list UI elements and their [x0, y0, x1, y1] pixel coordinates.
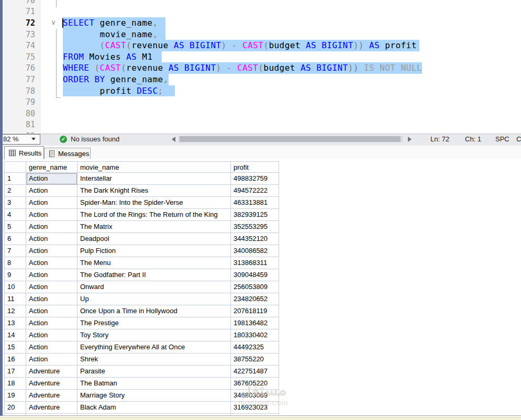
grid-cell[interactable]: Black Adam [77, 402, 231, 414]
grid-cell[interactable]: Adventure [26, 402, 77, 414]
grid-cell[interactable]: Action [26, 257, 77, 269]
code-line[interactable]: FROM Movies AS M1 [63, 51, 162, 63]
horizontal-scrollbar[interactable] [178, 136, 403, 142]
grid-cell[interactable]: Action [26, 281, 77, 293]
grid-cell[interactable]: The Prestige [77, 317, 231, 329]
code-line[interactable]: (CAST(revenue AS BIGINT) - CAST(budget A… [63, 40, 419, 51]
grid-cell[interactable]: 38755220 [231, 353, 279, 366]
code-line[interactable]: SELECT genre_name, [63, 17, 165, 29]
grid-row-number[interactable]: 13 [4, 317, 26, 329]
grid-row-number[interactable]: 2 [4, 185, 26, 197]
grid-row-number[interactable]: 6 [4, 233, 26, 245]
grid-row-number[interactable]: 18 [4, 378, 26, 390]
grid-cell[interactable]: 352553295 [231, 221, 279, 233]
grid-cell[interactable]: Marriage Story [77, 390, 231, 402]
grid-cell[interactable]: Action [26, 245, 77, 257]
grid-cell[interactable]: Deadpool [77, 233, 231, 245]
grid-row-number[interactable]: 11 [4, 293, 26, 305]
grid-row-number[interactable]: 19 [4, 390, 26, 402]
grid-cell[interactable]: The Dark Knight Rises [77, 185, 231, 197]
grid-cell[interactable]: 344352120 [231, 233, 279, 245]
grid-cell[interactable]: 256053809 [231, 281, 279, 293]
chevron-down-icon[interactable] [31, 138, 36, 140]
grid-cell[interactable]: Onward [77, 281, 231, 293]
grid-row-number[interactable]: 12 [4, 305, 26, 317]
grid-cell[interactable]: 382939125 [231, 209, 279, 221]
grid-cell[interactable]: 340086582 [231, 245, 279, 257]
grid-cell[interactable]: 207618119 [231, 305, 279, 317]
grid-cell[interactable]: 498832759 [231, 173, 279, 185]
grid-cell[interactable]: 346803069 [231, 390, 279, 402]
grid-cell[interactable]: 367605220 [231, 378, 279, 390]
grid-cell[interactable]: 494572222 [231, 185, 279, 197]
grid-cell[interactable]: 316923023 [231, 402, 279, 414]
grid-cell[interactable]: Adventure [26, 378, 77, 390]
grid-cell[interactable]: 463313881 [231, 197, 279, 209]
grid-cell[interactable]: Action [26, 185, 77, 197]
grid-row-number[interactable]: 1 [4, 173, 26, 185]
grid-cell[interactable]: 234820652 [231, 293, 279, 305]
code-line[interactable]: profit DESC; [63, 85, 175, 97]
grid-header-cell[interactable]: movie_name [77, 161, 231, 173]
grid-cell[interactable]: Action [26, 305, 77, 317]
scrollbar-thumb[interactable] [180, 136, 401, 142]
grid-cell[interactable]: Interstellar [77, 173, 231, 185]
code-line[interactable]: WHERE (CAST(revenue AS BIGINT) - CAST(bu… [63, 62, 422, 74]
scroll-left-arrow-icon[interactable] [172, 137, 175, 142]
grid-cell[interactable]: Action [26, 209, 77, 221]
grid-cell[interactable]: Parasite [77, 366, 231, 378]
grid-cell[interactable]: Pulp Fiction [77, 245, 231, 257]
grid-header-cell[interactable]: profit [231, 161, 279, 173]
grid-row-number[interactable]: 7 [4, 245, 26, 257]
grid-cell[interactable]: 44492325 [231, 341, 279, 353]
grid-cell[interactable]: Shrek [77, 353, 231, 366]
grid-row-number[interactable]: 9 [4, 269, 26, 281]
grid-cell[interactable]: The Godfather: Part II [77, 269, 231, 281]
grid-row-number[interactable]: 14 [4, 329, 26, 341]
grid-cell[interactable]: Spider-Man: Into the Spider-Verse [77, 197, 231, 209]
code-editor[interactable]: 70717273747576777879808182 ∨ SELECT genr… [0, 0, 521, 134]
grid-cell[interactable]: Once Upon a Time in Hollywood [77, 305, 231, 317]
grid-cell[interactable]: Action [26, 173, 77, 185]
grid-cell[interactable]: Action [26, 233, 77, 245]
grid-cell[interactable]: 422751487 [231, 366, 279, 378]
grid-row-number[interactable]: 5 [4, 221, 26, 233]
grid-row-number[interactable]: 15 [4, 341, 26, 353]
code-line[interactable]: movie_name, [63, 29, 165, 40]
grid-cell[interactable]: 198136482 [231, 317, 279, 329]
code-line[interactable]: ORDER BY genre_name, [63, 74, 169, 85]
grid-cell[interactable]: Action [26, 269, 77, 281]
grid-row-number[interactable]: 3 [4, 197, 26, 209]
grid-row-number[interactable]: 17 [4, 366, 26, 378]
grid-cell[interactable]: Adventure [26, 366, 77, 378]
grid-row-number[interactable]: 10 [4, 281, 26, 293]
grid-cell[interactable]: The Menu [77, 257, 231, 269]
tab-messages[interactable]: Messages [44, 148, 91, 159]
grid-row-number[interactable]: 8 [4, 257, 26, 269]
grid-cell[interactable]: Action [26, 329, 77, 341]
grid-cell[interactable]: The Matrix [77, 221, 231, 233]
grid-cell[interactable]: 180330402 [231, 329, 279, 341]
grid-cell[interactable]: 309048459 [231, 269, 279, 281]
tab-results[interactable]: Results [4, 146, 44, 159]
grid-cell[interactable]: Everything Everywhere All at Once [77, 341, 231, 353]
scroll-right-arrow-icon[interactable] [408, 137, 412, 142]
grid-cell[interactable]: Action [26, 221, 77, 233]
grid-cell[interactable]: Action [26, 317, 77, 329]
grid-cell[interactable]: Action [26, 197, 77, 209]
grid-cell[interactable]: Toy Story [77, 329, 231, 341]
grid-cell[interactable]: Action [26, 353, 77, 366]
grid-cell[interactable]: The Lord of the Rings: The Return of the… [77, 209, 231, 221]
grid-row-number[interactable]: 20 [4, 402, 26, 414]
grid-header-cell[interactable] [4, 161, 26, 173]
grid-row-number[interactable]: 16 [4, 353, 26, 366]
grid-cell[interactable]: 313868311 [231, 257, 279, 269]
fold-chevron-icon[interactable]: ∨ [49, 17, 58, 28]
grid-cell[interactable]: Action [26, 293, 77, 305]
grid-cell[interactable]: Action [26, 341, 77, 353]
grid-cell[interactable]: The Batman [77, 378, 231, 390]
grid-cell[interactable]: Up [77, 293, 231, 305]
grid-row-number[interactable]: 4 [4, 209, 26, 221]
grid-cell[interactable]: Adventure [26, 390, 77, 402]
grid-header-cell[interactable]: genre_name [26, 161, 77, 173]
